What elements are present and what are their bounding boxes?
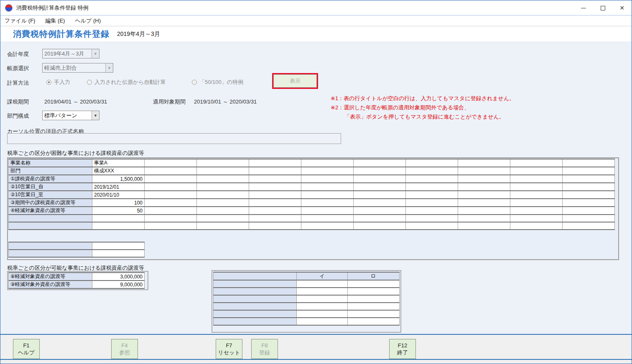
- empty-cell[interactable]: [563, 175, 615, 183]
- value-cell[interactable]: [297, 288, 347, 295]
- empty-cell[interactable]: [301, 183, 354, 191]
- value-cell[interactable]: 2020/01/10: [92, 191, 145, 199]
- radio-manual-input[interactable]: 手入力: [46, 78, 70, 86]
- empty-cell[interactable]: [354, 159, 406, 167]
- empty-cell[interactable]: [249, 215, 301, 222]
- empty-cell[interactable]: [249, 191, 301, 199]
- empty-cell[interactable]: [458, 215, 510, 222]
- empty-cell[interactable]: [145, 207, 197, 215]
- empty-cell[interactable]: [145, 159, 197, 167]
- value-cell[interactable]: 事業A: [92, 159, 145, 167]
- value-cell[interactable]: [347, 303, 399, 310]
- empty-cell[interactable]: [510, 199, 563, 207]
- empty-cell[interactable]: [197, 191, 249, 199]
- radio-50-100-special[interactable]: 「50/100」の特例: [192, 78, 243, 86]
- empty-cell[interactable]: [145, 175, 197, 183]
- empty-cell[interactable]: [249, 183, 301, 191]
- empty-cell[interactable]: [145, 191, 197, 199]
- empty-cell[interactable]: [249, 167, 301, 175]
- f8-register-button[interactable]: F8 登録: [251, 339, 278, 359]
- empty-cell[interactable]: [510, 191, 563, 199]
- value-cell[interactable]: 1,500,000: [92, 175, 145, 183]
- empty-cell[interactable]: [354, 183, 406, 191]
- empty-cell[interactable]: [458, 167, 510, 175]
- empty-cell[interactable]: [249, 199, 301, 207]
- empty-cell[interactable]: [145, 183, 197, 191]
- value-cell[interactable]: [92, 250, 145, 257]
- empty-cell[interactable]: [354, 191, 406, 199]
- empty-cell[interactable]: [458, 183, 510, 191]
- fiscal-year-select[interactable]: 2019年4月～3月 ▼: [42, 49, 99, 58]
- empty-cell[interactable]: [406, 207, 458, 215]
- empty-cell[interactable]: [301, 207, 354, 215]
- empty-cell[interactable]: [197, 175, 249, 183]
- value-cell[interactable]: [297, 310, 347, 318]
- empty-cell[interactable]: [458, 222, 510, 230]
- value-cell[interactable]: [297, 318, 347, 325]
- value-cell[interactable]: 2019/12/01: [92, 183, 145, 191]
- empty-cell[interactable]: [145, 215, 197, 222]
- value-cell[interactable]: [92, 222, 145, 230]
- empty-cell[interactable]: [563, 183, 615, 191]
- empty-cell[interactable]: [406, 159, 458, 167]
- empty-cell[interactable]: [563, 207, 615, 215]
- empty-cell[interactable]: [458, 191, 510, 199]
- empty-cell[interactable]: [406, 191, 458, 199]
- empty-cell[interactable]: [354, 207, 406, 215]
- empty-cell[interactable]: [406, 199, 458, 207]
- department-select[interactable]: 標準パターン ▼: [42, 111, 99, 120]
- empty-cell[interactable]: [197, 207, 249, 215]
- f12-exit-button[interactable]: F12 終了: [389, 339, 416, 359]
- value-cell[interactable]: [297, 280, 347, 288]
- empty-cell[interactable]: [510, 167, 563, 175]
- value-cell[interactable]: [347, 288, 399, 295]
- report-select[interactable]: 軽減売上割合 ▼: [42, 63, 113, 73]
- value-cell[interactable]: 構成XXX: [92, 167, 145, 175]
- empty-cell[interactable]: [249, 175, 301, 183]
- empty-cell[interactable]: [197, 222, 249, 230]
- value-cell[interactable]: [347, 295, 399, 303]
- empty-cell[interactable]: [354, 222, 406, 230]
- empty-cell[interactable]: [458, 207, 510, 215]
- empty-cell[interactable]: [249, 222, 301, 230]
- empty-cell[interactable]: [563, 199, 615, 207]
- empty-cell[interactable]: [406, 175, 458, 183]
- value-cell[interactable]: [347, 318, 399, 325]
- empty-cell[interactable]: [354, 175, 406, 183]
- empty-cell[interactable]: [197, 199, 249, 207]
- empty-cell[interactable]: [301, 159, 354, 167]
- empty-cell[interactable]: [510, 207, 563, 215]
- empty-cell[interactable]: [301, 199, 354, 207]
- value-cell[interactable]: [297, 303, 347, 310]
- value-cell[interactable]: [297, 295, 347, 303]
- empty-cell[interactable]: [301, 215, 354, 222]
- empty-cell[interactable]: [458, 159, 510, 167]
- empty-cell[interactable]: [406, 215, 458, 222]
- f4-reference-button[interactable]: F4 参照: [111, 339, 138, 359]
- display-button[interactable]: 表示: [273, 74, 317, 88]
- value-cell[interactable]: [92, 215, 145, 222]
- empty-cell[interactable]: [563, 167, 615, 175]
- empty-cell[interactable]: [354, 215, 406, 222]
- empty-cell[interactable]: [510, 215, 563, 222]
- empty-cell[interactable]: [406, 222, 458, 230]
- f7-reset-button[interactable]: F7 リセット: [216, 339, 242, 359]
- empty-cell[interactable]: [249, 207, 301, 215]
- empty-cell[interactable]: [301, 191, 354, 199]
- value-cell[interactable]: [347, 280, 399, 288]
- minimize-button[interactable]: [574, 0, 593, 15]
- empty-cell[interactable]: [197, 183, 249, 191]
- value-cell[interactable]: [347, 310, 399, 318]
- menu-file[interactable]: ファイル (F): [0, 16, 40, 26]
- empty-cell[interactable]: [145, 199, 197, 207]
- menu-edit[interactable]: 編集 (E): [40, 16, 70, 26]
- cursor-field-input[interactable]: [7, 133, 341, 144]
- empty-cell[interactable]: [510, 222, 563, 230]
- empty-cell[interactable]: [563, 191, 615, 199]
- empty-cell[interactable]: [145, 222, 197, 230]
- empty-cell[interactable]: [197, 167, 249, 175]
- empty-cell[interactable]: [197, 159, 249, 167]
- value-cell[interactable]: 3,000,000: [92, 273, 145, 281]
- radio-auto-calc[interactable]: 入力された伝票から自動計算: [87, 78, 166, 86]
- value-cell[interactable]: [92, 242, 145, 250]
